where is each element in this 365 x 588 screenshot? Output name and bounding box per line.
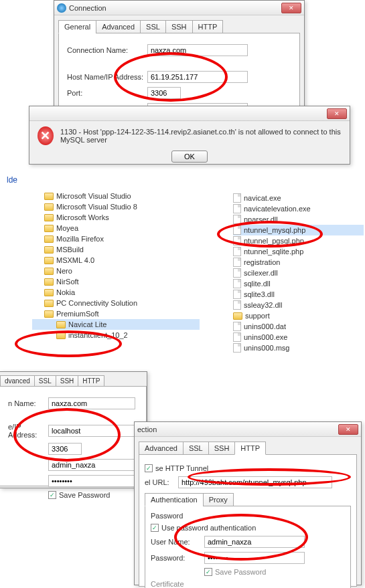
tree-item[interactable]: instantclient_10_2 bbox=[32, 330, 200, 340]
conn2-dialog: dvanced SSL SSH HTTP n Name: e/IP Addres… bbox=[0, 371, 147, 488]
file-item[interactable]: support bbox=[233, 310, 364, 321]
http-tab-adv[interactable]: Advanced bbox=[139, 442, 184, 455]
http-tab-http[interactable]: HTTP bbox=[234, 442, 266, 455]
conn2-name-input[interactable] bbox=[48, 397, 135, 409]
conn2-host-label: e/IP Address: bbox=[8, 423, 48, 439]
http-pass-input[interactable] bbox=[204, 552, 305, 564]
file-item[interactable]: scilexer.dll bbox=[233, 268, 364, 278]
conn2-tab-ssl[interactable]: SSL bbox=[34, 375, 56, 387]
tree-item[interactable]: MSBuild bbox=[32, 244, 200, 255]
conn2-tabs: dvanced SSL SSH HTTP bbox=[0, 375, 147, 386]
connection-dialog: Connection ✕ General Advanced SSL SSH HT… bbox=[54, 0, 305, 107]
error-dialog: ✕ ✕ 1130 - Host 'ppp-124-122-35-114.revi… bbox=[29, 106, 350, 165]
tree-item-premiumsoft[interactable]: PremiumSoft bbox=[32, 308, 200, 319]
conn2-pass-input[interactable] bbox=[48, 475, 135, 487]
http-tab-ssl[interactable]: SSL bbox=[183, 442, 209, 455]
tree-item[interactable]: Microsoft Visual Studio bbox=[32, 191, 200, 201]
tree-item[interactable]: Microsoft Visual Studio 8 bbox=[32, 201, 200, 212]
tree-item[interactable]: Nokia bbox=[32, 287, 200, 298]
connection-body: Connection Name: Host Name/IP Address: P… bbox=[58, 33, 300, 106]
conn2-port-input[interactable] bbox=[48, 443, 82, 455]
file-item[interactable]: navicat.exe bbox=[233, 193, 364, 203]
tab-general[interactable]: General bbox=[58, 20, 96, 33]
error-message: 1130 - Host 'ppp-124-122-35-114.revip2.a… bbox=[60, 128, 342, 144]
http-user-label: User Name: bbox=[151, 538, 204, 546]
tree-item[interactable]: MSXML 4.0 bbox=[32, 255, 200, 266]
conn2-body: n Name: e/IP Address: ✓Save Password bbox=[0, 386, 147, 486]
file-item[interactable]: ntunnel_sqlite.php bbox=[233, 246, 364, 257]
host-input[interactable] bbox=[147, 71, 248, 83]
conn2-savepw-check[interactable]: ✓ bbox=[48, 491, 56, 499]
http-pass-label: Password: bbox=[151, 554, 204, 562]
http-url-label: el URL: bbox=[145, 478, 178, 486]
tree-item[interactable]: Moyea bbox=[32, 223, 200, 233]
tab-ssl[interactable]: SSL bbox=[140, 20, 166, 33]
connection-title: Connection bbox=[69, 4, 106, 12]
file-item[interactable]: ntunnel_pgsql.php bbox=[233, 235, 364, 246]
use-pw-auth-check[interactable]: ✓ bbox=[151, 524, 159, 532]
close-button[interactable]: ✕ bbox=[281, 3, 301, 13]
conn2-tab-ssh[interactable]: SSH bbox=[56, 375, 79, 387]
tree-item[interactable]: PC Connectivity Solution bbox=[32, 298, 200, 308]
port-input[interactable] bbox=[147, 87, 181, 99]
conn2-user-input[interactable] bbox=[48, 459, 135, 471]
folder-tree[interactable]: Microsoft Visual Studio Microsoft Visual… bbox=[32, 191, 200, 340]
http-tunnel-label: se HTTP Tunnel bbox=[155, 464, 208, 472]
error-icon: ✕ bbox=[38, 126, 54, 145]
conn2-tab-adv[interactable]: dvanced bbox=[0, 375, 35, 387]
tree-item[interactable]: Mozilla Firefox bbox=[32, 233, 200, 244]
subtab-proxy[interactable]: Proxy bbox=[203, 493, 234, 506]
file-item[interactable]: unins000.dat bbox=[233, 321, 364, 332]
file-list[interactable]: navicat.exe navicatelevation.exe nparser… bbox=[233, 193, 364, 353]
conn2-name-label: n Name: bbox=[8, 399, 48, 407]
password-section-label: Password bbox=[151, 512, 345, 520]
file-item[interactable]: ssleay32.dll bbox=[233, 300, 364, 310]
subtab-auth[interactable]: Authentication bbox=[145, 493, 204, 506]
tree-item-navicat-lite[interactable]: Navicat Lite bbox=[32, 319, 200, 330]
conn2-tab-http[interactable]: HTTP bbox=[78, 375, 104, 387]
tab-http[interactable]: HTTP bbox=[192, 20, 224, 33]
connection-name-input[interactable] bbox=[147, 44, 248, 56]
conn2-savepw-label: Save Password bbox=[59, 491, 110, 499]
http-tabs: Advanced SSL SSH HTTP bbox=[139, 441, 357, 454]
error-close-button[interactable]: ✕ bbox=[327, 108, 347, 119]
http-savepw-check[interactable]: ✓ bbox=[204, 568, 212, 576]
file-item[interactable]: unins000.msg bbox=[233, 342, 364, 353]
file-item[interactable]: nparser.dll bbox=[233, 214, 364, 225]
http-dialog: ection ✕ Advanced SSL SSH HTTP ✓se HTTP … bbox=[134, 421, 362, 585]
port-label: Port: bbox=[67, 89, 147, 97]
tab-ssh[interactable]: SSH bbox=[165, 20, 193, 33]
connection-icon bbox=[57, 3, 66, 13]
file-item[interactable]: sqlite.dll bbox=[233, 278, 364, 289]
cert-section-label: Certificate bbox=[151, 580, 345, 588]
file-item[interactable]: navicatelevation.exe bbox=[233, 203, 364, 214]
http-url-input[interactable] bbox=[178, 476, 332, 488]
connection-titlebar[interactable]: Connection ✕ bbox=[54, 1, 304, 15]
ide-link[interactable]: lde bbox=[7, 175, 17, 185]
http-close-button[interactable]: ✕ bbox=[338, 424, 358, 435]
file-item[interactable]: registration bbox=[233, 257, 364, 268]
file-item-ntunnel-mysql[interactable]: ntunnel_mysql.php bbox=[233, 225, 364, 235]
file-item[interactable]: sqlite3.dll bbox=[233, 289, 364, 300]
http-body: ✓se HTTP Tunnel el URL: Authentication P… bbox=[139, 454, 357, 587]
host-label: Host Name/IP Address: bbox=[67, 73, 147, 81]
tree-item[interactable]: Nero bbox=[32, 266, 200, 276]
connection-name-label: Connection Name: bbox=[67, 46, 147, 54]
use-pw-auth-label: Use password authentication bbox=[161, 524, 256, 532]
error-titlebar[interactable]: ✕ bbox=[29, 106, 350, 121]
http-title: ection bbox=[137, 425, 157, 433]
connection-tabs: General Advanced SSL SSH HTTP bbox=[58, 19, 300, 33]
file-item[interactable]: unins000.exe bbox=[233, 332, 364, 342]
http-user-input[interactable] bbox=[204, 536, 305, 548]
tree-item[interactable]: Microsoft Works bbox=[32, 212, 200, 223]
tab-advanced[interactable]: Advanced bbox=[96, 20, 141, 33]
http-savepw-label: Save Password bbox=[215, 568, 266, 576]
ok-button[interactable]: OK bbox=[171, 151, 208, 163]
http-titlebar[interactable]: ection ✕ bbox=[135, 422, 361, 437]
http-tab-ssh[interactable]: SSH bbox=[208, 442, 236, 455]
http-tunnel-check[interactable]: ✓ bbox=[145, 464, 153, 472]
conn2-host-input[interactable] bbox=[48, 425, 135, 437]
tree-item[interactable]: NirSoft bbox=[32, 276, 200, 287]
